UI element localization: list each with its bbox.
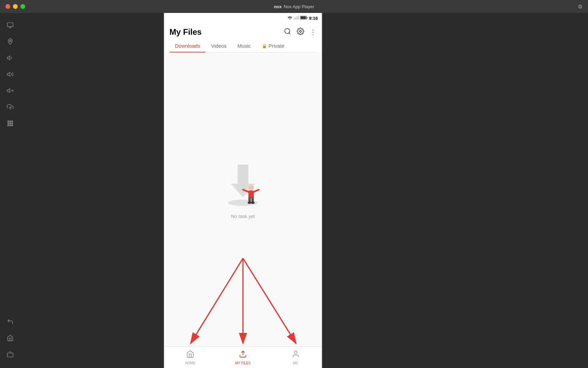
- app-name: Nox App Player: [284, 4, 314, 9]
- settings-icon[interactable]: [297, 28, 304, 37]
- tab-videos[interactable]: Videos: [206, 40, 232, 52]
- home-nav-icon: [186, 350, 194, 360]
- settings-icon[interactable]: ⚙: [578, 3, 583, 10]
- app-content: My Files ⋮ Downloads Videos: [164, 23, 322, 368]
- sidebar-location-icon[interactable]: [3, 35, 17, 48]
- empty-state: No task yet: [216, 159, 270, 219]
- svg-marker-4: [7, 89, 10, 93]
- tab-private[interactable]: 🔒 Private: [256, 40, 290, 52]
- svg-rect-8: [8, 121, 9, 122]
- svg-point-30: [248, 185, 254, 190]
- empty-illustration: [216, 159, 270, 214]
- nav-me[interactable]: ME: [269, 347, 322, 368]
- sidebar-recents-icon[interactable]: [3, 348, 17, 361]
- svg-line-33: [254, 190, 259, 192]
- svg-point-39: [294, 351, 297, 354]
- more-options-icon[interactable]: ⋮: [310, 28, 316, 36]
- sidebar-volume-icon[interactable]: [3, 67, 17, 81]
- my-files-nav-label: MY FILES: [235, 361, 250, 365]
- page-title: My Files: [169, 27, 202, 37]
- status-bar: 9:16: [164, 13, 322, 23]
- app-title-row: My Files ⋮: [169, 27, 316, 37]
- wifi-icon: [287, 16, 293, 21]
- svg-rect-12: [10, 123, 11, 124]
- svg-rect-18: [294, 18, 295, 19]
- status-icons: 9:16: [287, 16, 318, 21]
- svg-rect-31: [248, 190, 254, 198]
- nav-my-files[interactable]: MY FILES: [217, 347, 270, 368]
- header-icons: ⋮: [284, 28, 316, 37]
- my-files-nav-icon: [239, 350, 247, 360]
- close-button[interactable]: [5, 4, 10, 9]
- maximize-button[interactable]: [20, 4, 25, 9]
- svg-rect-17: [7, 353, 13, 357]
- svg-rect-21: [298, 16, 299, 19]
- svg-marker-3: [7, 72, 10, 76]
- svg-rect-9: [10, 121, 11, 122]
- title-bar-text: nox Nox App Player: [274, 4, 314, 9]
- tabs: Downloads Videos Music 🔒 Private: [169, 40, 316, 52]
- lock-icon: 🔒: [262, 43, 267, 48]
- sidebar-share-icon[interactable]: [3, 100, 17, 114]
- content-area: No task yet: [164, 52, 322, 346]
- svg-marker-2: [7, 56, 10, 60]
- me-nav-icon: [292, 350, 300, 360]
- nox-logo: nox: [274, 4, 282, 9]
- svg-rect-20: [297, 16, 297, 19]
- svg-point-1: [10, 40, 11, 42]
- home-nav-label: HOME: [185, 361, 195, 365]
- svg-point-36: [248, 202, 251, 204]
- signal-icon: [294, 16, 299, 21]
- svg-rect-24: [300, 16, 306, 19]
- sidebar-monitor-icon[interactable]: [3, 18, 17, 32]
- sidebar-mute-icon[interactable]: [3, 84, 17, 97]
- no-task-text: No task yet: [231, 214, 255, 219]
- battery-icon: [300, 16, 308, 21]
- svg-rect-19: [295, 17, 296, 19]
- svg-rect-23: [307, 17, 307, 18]
- minimize-button[interactable]: [13, 4, 18, 9]
- title-bar: nox Nox App Player ⚙: [0, 0, 588, 13]
- svg-rect-11: [8, 123, 9, 124]
- sidebar: [0, 13, 20, 368]
- svg-rect-10: [12, 121, 13, 122]
- svg-rect-0: [7, 23, 13, 27]
- svg-line-26: [289, 33, 290, 34]
- nav-home[interactable]: HOME: [164, 347, 217, 368]
- tab-downloads[interactable]: Downloads: [169, 40, 206, 52]
- sidebar-grid-icon[interactable]: [3, 117, 17, 130]
- sidebar-audio-icon[interactable]: [3, 51, 17, 65]
- svg-rect-15: [10, 125, 11, 126]
- sidebar-bottom: [0, 315, 20, 361]
- app-header: My Files ⋮ Downloads Videos: [164, 23, 322, 52]
- search-icon[interactable]: [284, 28, 291, 37]
- svg-point-25: [285, 28, 290, 33]
- phone-frame: 9:16 My Files ⋮ Downlo: [163, 13, 323, 368]
- svg-rect-13: [12, 123, 13, 124]
- status-time: 9:16: [309, 16, 318, 21]
- svg-point-27: [299, 30, 301, 32]
- bottom-nav: HOME MY FILES ME: [164, 346, 322, 368]
- tab-music[interactable]: Music: [232, 40, 256, 52]
- svg-rect-14: [8, 125, 9, 126]
- sidebar-home-icon[interactable]: [3, 331, 17, 345]
- me-nav-label: ME: [293, 361, 298, 365]
- svg-point-37: [251, 202, 255, 204]
- traffic-lights: [5, 4, 25, 9]
- svg-rect-16: [12, 125, 13, 126]
- sidebar-back-icon[interactable]: [3, 315, 17, 328]
